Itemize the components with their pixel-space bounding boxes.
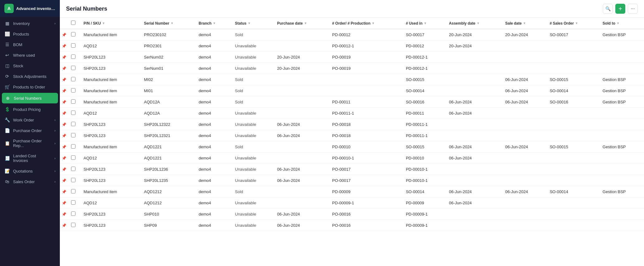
table-row[interactable]: 📌 Manufactured item AQD1221 demo4 Sold P…: [60, 141, 644, 153]
cell-sale-date: [502, 63, 546, 74]
cell-order-production: PD-00011-1: [329, 108, 402, 119]
col-purchase-date-header[interactable]: Purchase date ▼: [273, 18, 328, 29]
row-checkbox-2[interactable]: [71, 55, 75, 59]
table-row[interactable]: 📌 AQD12 AQD1221 demo4 Unavailable PD-000…: [60, 153, 644, 164]
cell-status: Sold: [231, 141, 273, 153]
sort-icon-assembly-date: ▼: [477, 21, 480, 25]
row-checkbox-5[interactable]: [71, 88, 75, 93]
pin-icon[interactable]: 📌: [62, 167, 66, 172]
sidebar-label-stock-adjustments: Stock Adjustments: [13, 74, 55, 79]
sidebar-item-products-to-order[interactable]: 🛒 Products to Order: [0, 82, 60, 92]
table-row[interactable]: 📌 AQD12 AQD12A demo4 Unavailable PD-0001…: [60, 108, 644, 119]
pin-icon[interactable]: 📌: [62, 33, 66, 37]
row-checkbox-16[interactable]: [71, 211, 75, 216]
pin-icon[interactable]: 📌: [62, 190, 66, 194]
col-assembly-date-header[interactable]: Assembly date ▼: [445, 18, 501, 29]
cell-status: Sold: [231, 85, 273, 97]
sidebar-item-bom[interactable]: ☰ BOM: [0, 39, 60, 50]
col-order-production-header[interactable]: # Order/ # Production ▼: [329, 18, 402, 29]
sidebar-item-landed-cost-invoices[interactable]: 🧾 Landed Cost Invoices ›: [0, 151, 60, 166]
col-used-in-header[interactable]: # Used in ▼: [402, 18, 445, 29]
cell-order-production: PO-00018: [329, 119, 402, 130]
cell-pn-sku: SHP20L123: [80, 220, 140, 231]
row-checkbox-15[interactable]: [71, 200, 75, 205]
pin-icon[interactable]: 📌: [62, 134, 66, 138]
row-checkbox-14[interactable]: [71, 189, 75, 193]
table-row[interactable]: 📌 AQD12 AQD1212 demo4 Unavailable PD-000…: [60, 197, 644, 209]
cell-order-production: [329, 74, 402, 85]
row-checkbox-10[interactable]: [71, 144, 75, 149]
pin-icon[interactable]: 📌: [62, 89, 66, 93]
row-checkbox-11[interactable]: [71, 155, 75, 160]
row-checkbox-8[interactable]: [71, 122, 75, 126]
row-checkbox-1[interactable]: [71, 43, 75, 48]
pin-icon[interactable]: 📌: [62, 111, 66, 116]
sidebar-item-inventory[interactable]: ▦ Inventory ›: [0, 18, 60, 29]
table-row[interactable]: 📌 SHP20L123 SHP20L12321 demo4 Unavailabl…: [60, 130, 644, 141]
table-row[interactable]: 📌 AQD12 PRO2301 demo4 Unavailable PD-000…: [60, 40, 644, 52]
sidebar-icon-purchase-order-rep: 📋: [4, 141, 10, 146]
pin-icon[interactable]: 📌: [62, 178, 66, 183]
col-status-header[interactable]: Status ▼: [231, 18, 273, 29]
sidebar-item-quotations[interactable]: 📝 Quotations ›: [0, 166, 60, 176]
table-row[interactable]: 📌 SHP20L123 SHP20L12322 demo4 Unavailabl…: [60, 119, 644, 130]
table-row[interactable]: 📌 SHP20L123 SHP20L1235 demo4 Unavailable…: [60, 175, 644, 186]
col-pn-sku-header[interactable]: P/N / SKU ▼: [80, 18, 140, 29]
pin-icon[interactable]: 📌: [62, 66, 66, 71]
table-row[interactable]: 📌 SHP20L123 SHP20L1236 demo4 Unavailable…: [60, 164, 644, 175]
add-button[interactable]: +: [615, 4, 625, 14]
row-checkbox-12[interactable]: [71, 167, 75, 171]
table-row[interactable]: 📌 Manufactured item MI01 demo4 Sold SO-0…: [60, 85, 644, 97]
cell-sales-order: SO-00016: [546, 97, 599, 108]
sidebar-item-purchase-order-rep[interactable]: 📋 Purchase Order Rep... ›: [0, 136, 60, 151]
row-checkbox-9[interactable]: [71, 133, 75, 137]
pin-icon[interactable]: 📌: [62, 201, 66, 205]
col-sales-order-header[interactable]: # Sales Order ▼: [546, 18, 599, 29]
pin-icon[interactable]: 📌: [62, 78, 66, 82]
col-sold-to-header[interactable]: Sold to ▼: [599, 18, 644, 29]
table-row[interactable]: 📌 SHP20L123 SHP010 demo4 Unavailable 06-…: [60, 209, 644, 220]
cell-sale-date: [502, 153, 546, 164]
pin-icon[interactable]: 📌: [62, 223, 66, 228]
row-checkbox-17[interactable]: [71, 223, 75, 227]
table-row[interactable]: 📌 Manufactured item AQD12A demo4 Sold PD…: [60, 97, 644, 108]
table-row[interactable]: 📌 SHP20L123 SerNum01 demo4 Unavailable 2…: [60, 63, 644, 74]
col-sale-date-header[interactable]: Sale date ▼: [502, 18, 546, 29]
sidebar-item-serial-numbers[interactable]: ⊕ Serial Numbers: [2, 93, 58, 103]
cell-pn-sku: Manufactured item: [80, 85, 140, 97]
row-checkbox-13[interactable]: [71, 178, 75, 182]
row-checkbox-3[interactable]: [71, 66, 75, 70]
table-row[interactable]: 📌 SHP20L123 SerNum02 demo4 Unavailable 2…: [60, 52, 644, 63]
cell-sold-to: [599, 175, 644, 186]
cell-sales-order: SO-00014: [546, 85, 599, 97]
pin-icon[interactable]: 📌: [62, 55, 66, 59]
sidebar-item-stock-adjustments[interactable]: ⟳ Stock Adjustments: [0, 71, 60, 82]
table-row[interactable]: 📌 Manufactured item PRO230102 demo4 Sold…: [60, 29, 644, 40]
select-all-checkbox[interactable]: [71, 21, 75, 25]
row-checkbox-0[interactable]: [71, 32, 75, 36]
search-button[interactable]: 🔍: [603, 4, 613, 14]
pin-icon[interactable]: 📌: [62, 122, 66, 127]
pin-icon[interactable]: 📌: [62, 156, 66, 160]
sidebar-item-sales-order[interactable]: 🛍 Sales Order ›: [0, 176, 60, 187]
sidebar-item-purchase-order[interactable]: 📄 Purchase Order ›: [0, 125, 60, 136]
pin-icon[interactable]: 📌: [62, 212, 66, 216]
sidebar-item-work-order[interactable]: 🔧 Work Order ›: [0, 115, 60, 125]
table-row[interactable]: 📌 Manufactured item MI02 demo4 Sold SO-0…: [60, 74, 644, 85]
row-checkbox-4[interactable]: [71, 77, 75, 81]
pin-icon[interactable]: 📌: [62, 100, 66, 104]
col-serial-number-header[interactable]: Serial Number ▼: [140, 18, 195, 29]
more-options-button[interactable]: ···: [628, 4, 638, 14]
sidebar-item-products[interactable]: ⬜ Products: [0, 29, 60, 39]
sidebar-item-stock[interactable]: ◫ Stock: [0, 60, 60, 71]
pin-icon[interactable]: 📌: [62, 44, 66, 48]
sidebar-item-product-pricing[interactable]: 💲 Product Pricing: [0, 104, 60, 115]
sidebar-item-where-used[interactable]: ↩ Where used: [0, 50, 60, 60]
table-row[interactable]: 📌 Manufactured item AQD1212 demo4 Sold P…: [60, 186, 644, 197]
pin-icon[interactable]: 📌: [62, 145, 66, 149]
row-checkbox-7[interactable]: [71, 111, 75, 115]
table-row[interactable]: 📌 SHP20L123 SHP09 demo4 Unavailable 06-J…: [60, 220, 644, 231]
col-branch-header[interactable]: Branch ▼: [195, 18, 231, 29]
row-checkbox-6[interactable]: [71, 99, 75, 104]
cell-assembly-date: [445, 63, 501, 74]
